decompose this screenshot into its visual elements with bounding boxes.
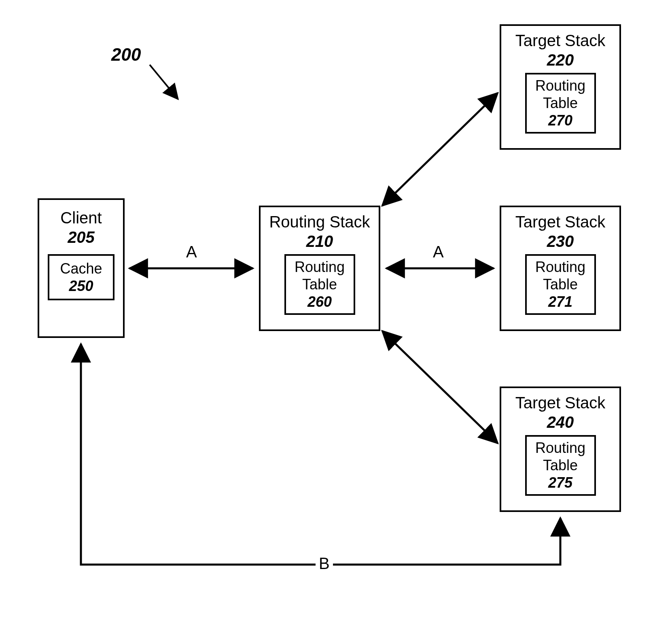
edge-label-router-target1: A: [433, 243, 444, 261]
edge-label-client-router: A: [186, 243, 197, 261]
svg-line-3: [382, 93, 498, 206]
svg-line-4: [382, 331, 498, 443]
diagram-arrows: [0, 0, 672, 618]
edge-label-b-path: B: [316, 554, 333, 573]
diagram-canvas: 200 Client 205 Cache 250 Routing Stack 2…: [0, 0, 672, 618]
